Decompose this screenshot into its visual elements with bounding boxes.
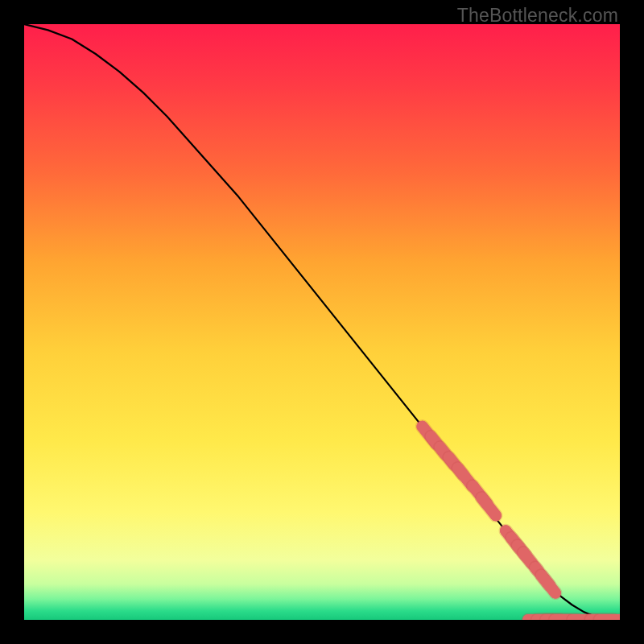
watermark-text: TheBottleneck.com (457, 5, 618, 27)
chart-curve-layer (24, 24, 620, 620)
chart-frame (24, 24, 620, 620)
